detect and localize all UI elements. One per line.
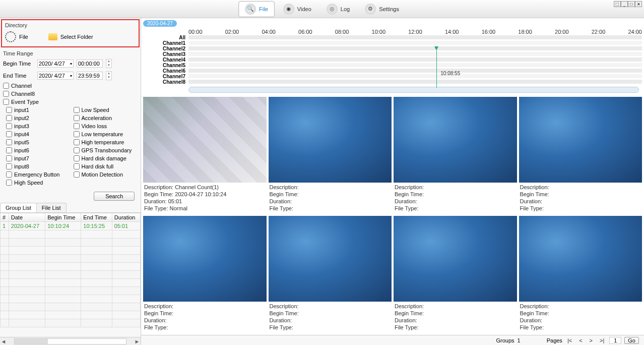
event-type-item[interactable]: input6: [3, 146, 71, 154]
timeline-track[interactable]: [188, 80, 642, 84]
event-type-item[interactable]: input2: [3, 114, 71, 122]
table-row[interactable]: 12020-04-2710:10:2410:15:2505:01: [1, 222, 141, 231]
timeline-row[interactable]: Channel5: [146, 63, 642, 68]
event-type-item[interactable]: High Speed: [3, 179, 71, 187]
video-cell[interactable]: Description: Channel Count(1)Begin Time:…: [143, 97, 267, 214]
table-header[interactable]: Date: [9, 213, 45, 222]
select-folder-button[interactable]: Select Folder: [48, 33, 93, 40]
event-checkbox[interactable]: [6, 155, 12, 161]
event-checkbox[interactable]: [6, 107, 12, 113]
playhead[interactable]: [436, 50, 437, 88]
event-type-item[interactable]: Video loss: [71, 122, 138, 130]
toolbar-tab-video[interactable]: ◉Video: [277, 1, 318, 17]
event-checkbox[interactable]: [74, 147, 80, 153]
event-type-item[interactable]: input5: [3, 138, 71, 146]
event-type-item[interactable]: Acceleration: [71, 114, 138, 122]
minimize-button[interactable]: _: [621, 1, 628, 7]
toolbar-tab-log[interactable]: ◎Log: [320, 1, 356, 17]
event-type-item[interactable]: input8: [3, 162, 71, 170]
event-checkbox[interactable]: [6, 163, 12, 169]
event-type-header-row[interactable]: Event Type: [0, 98, 141, 106]
timeline-track[interactable]: [188, 46, 642, 51]
channel-header-row[interactable]: Channel: [0, 82, 141, 90]
begin-date-select[interactable]: 2020/ 4/27: [37, 60, 74, 68]
video-cell[interactable]: Description:Begin Time:Duration:File Typ…: [519, 97, 642, 214]
event-checkbox[interactable]: [74, 123, 80, 129]
timeline-row[interactable]: Channel4: [146, 57, 642, 63]
event-type-item[interactable]: input3: [3, 122, 71, 130]
timeline-row[interactable]: Channel8: [146, 79, 642, 85]
pager-go-button[interactable]: Go: [624, 337, 639, 344]
video-cell[interactable]: Description:Begin Time:Duration:File Typ…: [394, 216, 517, 333]
table-header[interactable]: Duration: [112, 213, 140, 222]
event-type-item[interactable]: input4: [3, 130, 71, 138]
event-checkbox[interactable]: [6, 171, 12, 178]
video-thumbnail[interactable]: [394, 97, 517, 183]
event-checkbox[interactable]: [74, 163, 80, 169]
tab-file-list[interactable]: File List: [36, 203, 67, 212]
timeline-scrollbar[interactable]: [188, 87, 639, 93]
event-checkbox[interactable]: [74, 171, 80, 178]
lock-button[interactable]: ⬚: [614, 1, 621, 7]
channel-item[interactable]: Channel8: [0, 90, 141, 98]
event-checkbox[interactable]: [74, 131, 80, 137]
video-thumbnail[interactable]: [269, 216, 392, 302]
event-type-item[interactable]: Motion Detection: [71, 170, 138, 179]
begin-time-spinner[interactable]: ▲▼: [106, 59, 112, 68]
video-cell[interactable]: Description:Begin Time:Duration:File Typ…: [269, 97, 392, 214]
video-thumbnail[interactable]: [519, 216, 642, 302]
toolbar-tab-file[interactable]: 🔍File: [238, 1, 275, 17]
timeline-row[interactable]: Channel1: [146, 40, 642, 46]
event-type-item[interactable]: Hard disk damage: [71, 154, 138, 162]
event-checkbox[interactable]: [6, 147, 12, 153]
event-checkbox[interactable]: [6, 115, 12, 121]
video-cell[interactable]: Description:Begin Time:Duration:File Typ…: [519, 216, 642, 333]
begin-time-input[interactable]: 00:00:00: [77, 60, 103, 68]
pager-next[interactable]: >: [588, 337, 595, 343]
event-checkbox[interactable]: [74, 155, 80, 161]
tab-group-list[interactable]: Group List: [0, 203, 37, 212]
toolbar-tab-settings[interactable]: ⚙Settings: [358, 1, 406, 17]
pager-first[interactable]: |<: [565, 337, 574, 343]
end-time-input[interactable]: 23:59:59: [77, 72, 103, 80]
timeline-track[interactable]: [188, 69, 642, 73]
event-checkbox[interactable]: [74, 115, 80, 121]
event-type-item[interactable]: input1: [3, 106, 71, 114]
video-thumbnail[interactable]: [143, 216, 267, 302]
timeline-track[interactable]: [188, 52, 642, 56]
video-thumbnail[interactable]: [394, 216, 517, 302]
event-checkbox[interactable]: [74, 107, 80, 113]
event-checkbox[interactable]: [6, 131, 12, 137]
event-type-header-checkbox[interactable]: [3, 99, 9, 105]
sidebar-hscrollbar[interactable]: ◄ ►: [0, 337, 141, 345]
video-cell[interactable]: Description:Begin Time:Duration:File Typ…: [143, 216, 267, 333]
video-thumbnail[interactable]: [143, 97, 267, 183]
table-header[interactable]: #: [1, 213, 9, 222]
end-time-spinner[interactable]: ▲▼: [106, 71, 112, 80]
timeline-row[interactable]: Channel7: [146, 74, 642, 79]
pager-prev[interactable]: <: [577, 337, 584, 343]
video-cell[interactable]: Description:Begin Time:Duration:File Typ…: [269, 216, 392, 333]
table-header[interactable]: End Time: [81, 213, 112, 222]
event-type-item[interactable]: Hard disk full: [71, 162, 138, 170]
close-button[interactable]: ✕: [635, 1, 642, 7]
timeline-row[interactable]: Channel6: [146, 68, 642, 74]
video-thumbnail[interactable]: [519, 97, 642, 183]
event-type-item[interactable]: High temperature: [71, 138, 138, 146]
video-thumbnail[interactable]: [269, 97, 392, 183]
end-date-select[interactable]: 2020/ 4/27: [37, 72, 74, 80]
maximize-button[interactable]: □: [628, 1, 635, 7]
timeline-track[interactable]: [188, 58, 642, 62]
event-checkbox[interactable]: [6, 139, 12, 145]
event-checkbox[interactable]: [6, 123, 12, 129]
event-type-item[interactable]: Emergency Button: [3, 170, 71, 179]
channel-header-checkbox[interactable]: [3, 83, 9, 89]
event-type-item[interactable]: Low temperature: [71, 130, 138, 138]
event-checkbox[interactable]: [6, 180, 12, 186]
pager-page-input[interactable]: [609, 337, 621, 344]
timeline-row[interactable]: Channel2: [146, 46, 642, 51]
timeline-row[interactable]: All: [146, 35, 642, 40]
timeline-track[interactable]: [188, 74, 642, 79]
timeline-track[interactable]: [188, 41, 642, 45]
channel-checkbox[interactable]: [3, 91, 9, 97]
